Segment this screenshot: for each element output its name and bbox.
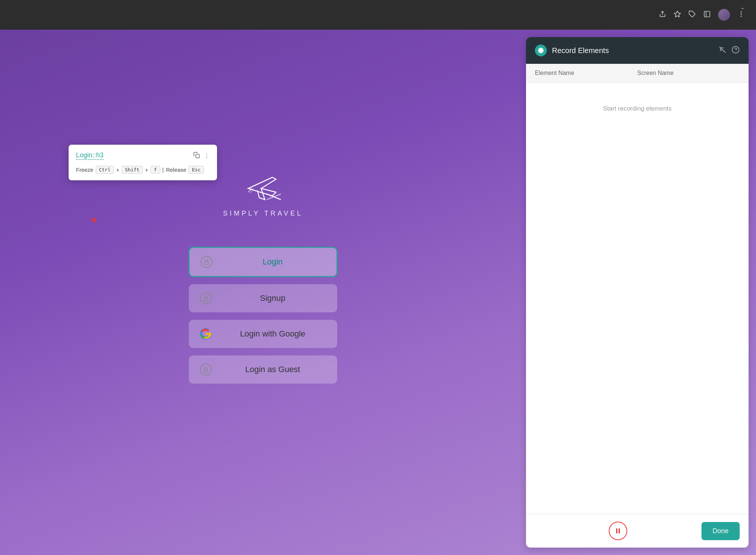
logo-area: SIMPLY TRAVEL	[223, 172, 303, 217]
panel-help-button[interactable]	[732, 46, 740, 56]
plus1: +	[116, 167, 119, 173]
svg-point-5	[741, 14, 742, 14]
svg-point-4	[741, 12, 742, 12]
login-button-label: Login	[220, 257, 325, 267]
tooltip-copy-button[interactable]	[193, 152, 200, 160]
star-icon[interactable]	[674, 10, 681, 20]
lock-icon-guest	[200, 364, 212, 375]
tooltip-freeze-row: Freeze Ctrl + Shift + f | Release Esc	[76, 166, 210, 174]
app-area: SIMPLY TRAVEL Login	[0, 30, 526, 555]
main-content: SIMPLY TRAVEL Login	[0, 30, 756, 555]
panel-empty-text: Start recording elements	[603, 105, 671, 112]
avatar[interactable]	[718, 9, 730, 21]
svg-rect-14	[196, 154, 200, 158]
tooltip-header: Login::h3 ⋮	[76, 151, 210, 160]
login-guest-button[interactable]: Login as Guest	[189, 355, 337, 384]
chevron-down-icon: ⌄	[740, 4, 745, 11]
pause-button[interactable]	[609, 522, 627, 540]
svg-marker-0	[674, 11, 681, 17]
signup-button[interactable]: Signup	[189, 284, 337, 312]
svg-rect-12	[204, 298, 208, 301]
login-google-button[interactable]: Login with Google	[189, 320, 337, 348]
record-panel: Record Elements Element N	[526, 37, 749, 548]
google-icon	[200, 328, 212, 340]
panel-header: Record Elements	[526, 37, 749, 64]
done-button[interactable]: Done	[701, 522, 740, 540]
svg-rect-11	[205, 262, 208, 265]
share-icon[interactable]	[659, 10, 666, 20]
panel-unpin-button[interactable]	[719, 46, 726, 55]
col-screen-name: Screen Name	[637, 70, 740, 76]
buttons-container: Login Signup	[189, 247, 337, 384]
svg-rect-2	[704, 11, 710, 17]
login-google-button-label: Login with Google	[219, 329, 326, 339]
esc-key: Esc	[188, 166, 204, 174]
plus2: +	[145, 167, 148, 173]
svg-rect-13	[204, 369, 208, 372]
login-button[interactable]: Login	[189, 247, 337, 277]
panel-header-left: Record Elements	[535, 45, 609, 56]
tooltip-title: Login::h3	[76, 151, 103, 160]
lock-icon-signup	[200, 292, 212, 304]
release-label: Release	[166, 167, 186, 173]
panel-header-right	[719, 46, 740, 56]
panel-title: Record Elements	[552, 46, 609, 55]
plane-logo-icon	[241, 172, 285, 205]
menu-icon[interactable]	[737, 10, 745, 20]
red-arrow-indicator: ➜	[86, 212, 100, 227]
signup-button-label: Signup	[219, 293, 326, 303]
svg-rect-18	[619, 528, 620, 533]
panel-gear-icon	[535, 45, 547, 56]
col-element-name: Element Name	[535, 70, 637, 76]
logo-text: SIMPLY TRAVEL	[223, 210, 303, 217]
svg-rect-17	[616, 528, 617, 533]
panel-body: Start recording elements	[526, 83, 749, 514]
pipe: |	[162, 167, 164, 173]
freeze-label: Freeze	[76, 167, 93, 173]
puzzle-icon[interactable]	[688, 10, 696, 20]
login-guest-button-label: Login as Guest	[219, 365, 326, 374]
lock-icon-login	[201, 256, 213, 268]
svg-point-6	[741, 16, 742, 17]
tooltip-actions: ⋮	[193, 152, 210, 160]
panel-table-header: Element Name Screen Name	[526, 64, 749, 83]
tooltip-more-button[interactable]: ⋮	[204, 152, 210, 159]
tooltip-popup: Login::h3 ⋮ Freeze Ctrl + Shift +	[69, 145, 217, 180]
panel-footer: Done	[526, 514, 749, 548]
ctrl-key: Ctrl	[96, 166, 114, 174]
sidebar-icon[interactable]	[703, 10, 711, 20]
f-key: f	[151, 166, 160, 174]
shift-key: Shift	[122, 166, 143, 174]
browser-chrome: ⌄	[0, 0, 756, 30]
